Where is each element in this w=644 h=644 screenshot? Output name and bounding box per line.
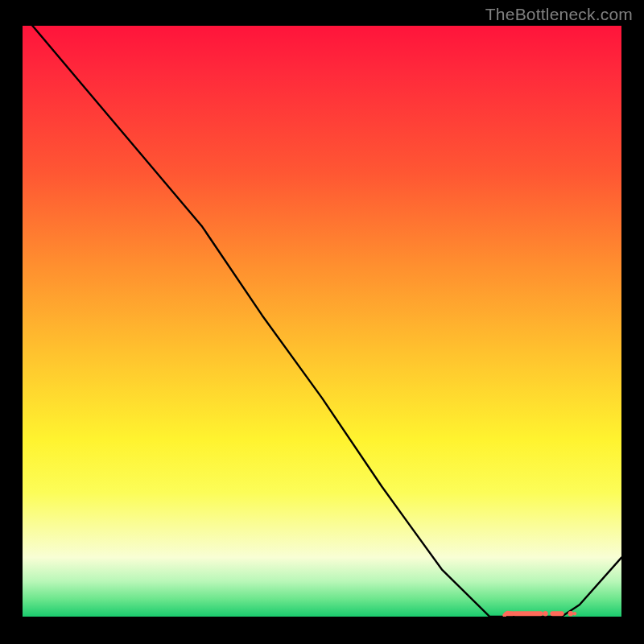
watermark-text: TheBottleneck.com (485, 5, 633, 24)
chart-plot-area (23, 26, 621, 617)
